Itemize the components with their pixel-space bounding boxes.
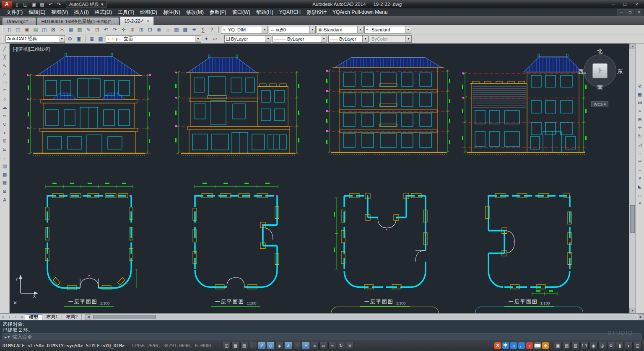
chevron-down-icon[interactable]: ▾ xyxy=(357,26,363,33)
layout1-tab[interactable]: 布局1 xyxy=(42,314,62,320)
clean-screen-button[interactable]: ◱ xyxy=(634,342,641,349)
horizontal-scrollbar[interactable]: ◀ ▶ xyxy=(85,314,644,320)
minimize-button[interactable]: – xyxy=(608,1,619,8)
chevron-down-icon[interactable]: ▾ xyxy=(262,26,267,33)
menu-item[interactable]: 格式(O) xyxy=(92,8,115,16)
layer-combo[interactable]: ●☀▮■ 立面 ▾ xyxy=(106,35,201,43)
color-combo[interactable]: ByLayer ▾ xyxy=(224,35,271,43)
annotation-visibility-button[interactable]: ◉ xyxy=(589,342,597,349)
floor-plan-4[interactable]: 一层平面图 1:100 xyxy=(473,182,585,307)
last-layout-button[interactable]: » xyxy=(19,314,25,320)
floor-plan-2[interactable]: 一层平面图 1:100 xyxy=(180,182,291,307)
multileader-style-combo[interactable]: ⌖ Standard ▾ xyxy=(364,26,411,34)
erase-tool[interactable]: ⊘ xyxy=(636,82,644,90)
model-space-button[interactable]: ▣ xyxy=(554,342,562,349)
model-tab[interactable]: 模型 xyxy=(25,314,42,320)
layer-states-button[interactable]: ▤ xyxy=(96,35,105,43)
partial-drawing-1[interactable] xyxy=(331,307,439,313)
floor-plan-1[interactable]: 一层平面图 1:100 xyxy=(33,182,145,307)
multiline-text-tool[interactable]: A xyxy=(1,196,9,204)
make-object-layer-current-button[interactable]: ✦ xyxy=(202,35,210,43)
qat-plot-button[interactable]: ▤ xyxy=(38,1,46,8)
save-workspace-button[interactable]: ▣ xyxy=(75,35,83,43)
horizontal-scroll-thumb[interactable] xyxy=(93,315,156,319)
menu-item[interactable]: 工具(T) xyxy=(115,8,137,16)
layer-on-icon[interactable]: ● xyxy=(107,37,109,41)
layer-color-icon[interactable]: ■ xyxy=(119,37,121,41)
array-tool[interactable]: ⊞ xyxy=(636,116,644,123)
menu-item[interactable]: 帮助(H) xyxy=(253,8,276,16)
lineweight-combo[interactable]: —— ByLayer ▾ xyxy=(328,35,369,43)
menu-item[interactable]: 标注(N) xyxy=(160,8,183,16)
sheet-set-manager-button[interactable]: ▩ xyxy=(181,26,190,34)
input-language-icon[interactable]: 中 xyxy=(502,342,509,349)
explode-tool[interactable]: ✳ xyxy=(636,199,644,207)
vertical-scroll-thumb[interactable] xyxy=(630,205,635,233)
ucs-icon[interactable]: Y X xyxy=(15,274,38,298)
plan-title-2[interactable]: 一层平面图 1:100 xyxy=(211,298,261,307)
doc-restore-button[interactable]: □ xyxy=(626,9,634,15)
tool-palettes-button[interactable]: ▥ xyxy=(172,26,181,34)
maximize-button[interactable]: □ xyxy=(619,1,631,8)
doc-close-button[interactable]: × xyxy=(635,9,643,15)
qat-save-button[interactable]: ▣ xyxy=(30,1,38,8)
menu-item[interactable]: 绘图(D) xyxy=(137,8,160,16)
annotation-autoscale-button[interactable]: ◎ xyxy=(598,342,606,349)
cursor-coordinates[interactable]: 12956.2690, 30791.0690, 0.0000 xyxy=(131,343,211,348)
command-options-icon[interactable]: ▸▾ xyxy=(5,335,10,339)
polar-tracking-toggle[interactable]: ∠ xyxy=(258,342,266,349)
scroll-down-icon[interactable]: ▼ xyxy=(629,308,636,313)
match-properties-button[interactable]: ✎ xyxy=(84,26,93,34)
qat-new-button[interactable]: ▯ xyxy=(13,1,21,8)
spline-tool[interactable]: ∾ xyxy=(1,112,9,120)
copy-button[interactable]: ▦ xyxy=(67,26,75,34)
arc-tool[interactable]: ◠ xyxy=(1,87,9,95)
table-style-combo[interactable]: ▦ Standard ▾ xyxy=(317,26,364,34)
quickcalc-button[interactable]: ∑ xyxy=(199,26,207,34)
chevron-down-icon[interactable]: ▾ xyxy=(59,36,65,42)
redo-button[interactable]: ↷ xyxy=(111,26,119,34)
stretch-tool[interactable]: ↔ xyxy=(636,149,644,157)
help-button[interactable]: ? xyxy=(208,26,216,34)
scale-tool[interactable]: ◿ xyxy=(636,141,644,148)
block-editor-button[interactable]: ⊡ xyxy=(93,26,101,34)
lineweight-display-toggle[interactable]: ≡ xyxy=(311,342,319,349)
table-tool[interactable]: ⊠ xyxy=(1,187,9,195)
toolbar-grip[interactable] xyxy=(85,36,86,42)
annotation-monitor-toggle[interactable]: ※ xyxy=(346,342,354,349)
compass-west-label[interactable]: 西 xyxy=(578,68,584,75)
snap-toggle[interactable]: ▦ xyxy=(231,342,239,349)
file-tab-drawing1[interactable]: Drawing1* xyxy=(2,17,36,25)
scroll-up-icon[interactable]: ▲ xyxy=(629,44,636,49)
break-tool[interactable]: ≠ xyxy=(636,174,644,182)
mic-icon[interactable]: ♪ xyxy=(526,342,533,349)
toolbar-grip[interactable] xyxy=(218,26,219,33)
grid-toggle[interactable]: ▤ xyxy=(240,342,248,349)
elevation-drawing-3[interactable] xyxy=(325,49,452,172)
offset-tool[interactable]: ≈ xyxy=(636,107,644,115)
keyboard-icon[interactable]: ⌨ xyxy=(534,342,541,349)
qat-redo-button[interactable]: ↷ xyxy=(55,1,63,8)
menu-item[interactable]: 参数(P) xyxy=(207,8,229,16)
dynamic-ucs-toggle[interactable]: ⊥ xyxy=(293,342,301,349)
insert-block-tool[interactable]: ⊞ xyxy=(1,137,9,145)
plan-title-1[interactable]: 一层平面图 1:100 xyxy=(64,298,114,307)
compass-south-label[interactable]: 南 xyxy=(597,84,603,91)
view-compass[interactable]: 北 南 西 东 上 xyxy=(581,48,619,91)
scroll-left-icon[interactable]: ◀ xyxy=(85,314,91,320)
quick-properties-toggle[interactable]: ≣ xyxy=(328,342,336,349)
vertical-scrollbar[interactable]: ▲ ▼ xyxy=(629,44,635,313)
wcs-dropdown[interactable]: WCS ▾ xyxy=(591,101,608,107)
fillet-tool[interactable]: ◡ xyxy=(636,191,644,199)
chevron-down-icon[interactable]: ▾ xyxy=(321,36,327,42)
zoom-realtime-button[interactable]: ⊕ xyxy=(128,26,137,34)
plot-button[interactable]: ▤ xyxy=(31,26,40,34)
doc-minimize-button[interactable]: – xyxy=(617,9,626,15)
tab-close-icon[interactable]: × xyxy=(147,19,150,23)
circle-tool[interactable]: ○ xyxy=(1,95,9,103)
zoom-previous-button[interactable]: ⊟ xyxy=(146,26,154,34)
rectangle-tool[interactable]: ▭ xyxy=(1,78,9,86)
hatch-tool[interactable]: ▨ xyxy=(1,162,9,170)
menu-item[interactable]: 修改(M) xyxy=(183,8,207,16)
object-snap-toggle[interactable]: ◇ xyxy=(267,342,275,349)
